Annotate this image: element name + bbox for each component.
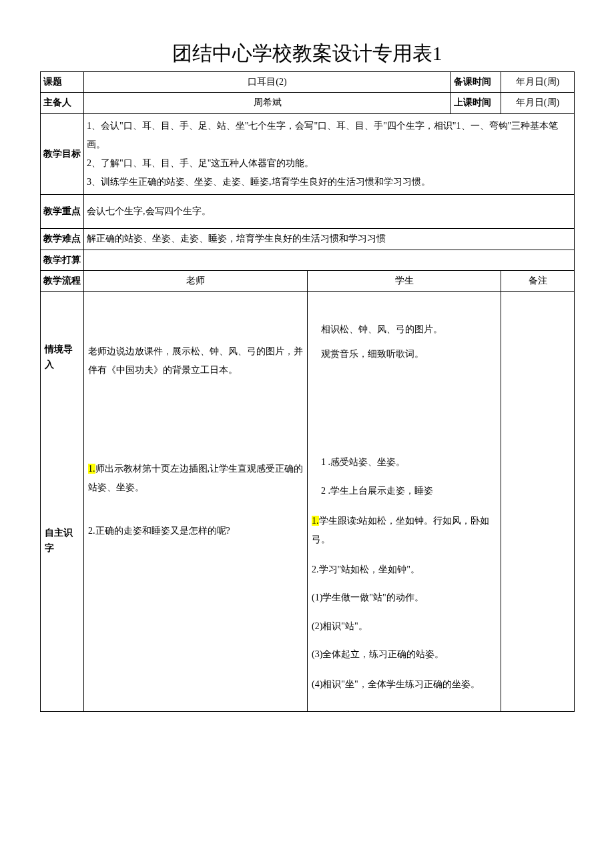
section2-student-4: 2.学习"站如松，坐如钟"。 [312, 562, 497, 577]
row-topic: 课题 口耳目(2) 备课时间 年月日(周) [41, 72, 575, 93]
teacher-col-label: 老师 [84, 270, 308, 291]
section2-student-5: (1)学生做一做"站"的动作。 [312, 590, 497, 605]
flow-section-names: 情境导入 自主识字 [41, 292, 84, 712]
lesson-plan-table: 课题 口耳目(2) 备课时间 年月日(周) 主备人 周希斌 上课时间 年月日(周… [40, 71, 575, 712]
lesson-topic-value: 口耳目(2) [84, 72, 451, 93]
author-label: 主备人 [41, 93, 84, 113]
row-preparation: 教学打算 [41, 250, 575, 270]
highlight-marker: 1. [88, 464, 95, 474]
preparation-label: 教学打算 [41, 250, 84, 270]
row-flow-content: 情境导入 自主识字 老师边说边放课件，展示松、钟、风、弓的图片，并伴有《中国功夫… [41, 292, 575, 712]
teacher-content: 老师边说边放课件，展示松、钟、风、弓的图片，并伴有《中国功夫》的背景立工日本。 … [84, 292, 308, 712]
notes-col-label: 备注 [501, 270, 575, 291]
section2-student-3: 1.学生跟读:站如松，坐如钟。行如风，卧如弓。 [312, 512, 497, 549]
section1-student-1: 相识松、钟、风、弓的图片。 [312, 322, 497, 337]
section2-name: 自主识字 [45, 526, 79, 556]
class-time-value: 年月日(周) [501, 93, 575, 113]
objectives-label: 教学目标 [41, 113, 84, 194]
prep-time-value: 年月日(周) [501, 72, 575, 93]
section1-name: 情境导入 [45, 342, 79, 372]
row-objectives: 教学目标 1、会认"口、耳、目、手、足、站、坐"七个生字，会写"口、耳、目、手"… [41, 113, 575, 194]
keypoints-label: 教学重点 [41, 194, 84, 228]
section2-teacher-2: 2.正确的走姿和睡姿又是怎样的呢? [88, 524, 303, 538]
section2-student-8: (4)相识"坐"，全体学生练习正确的坐姿。 [312, 675, 497, 694]
section2-student-1: 1 .感受站姿、坐姿。 [312, 455, 497, 470]
difficulties-value: 解正确的站姿、坐姿、走姿、睡姿，培育学生良好的生活习惯和学习习惯 [84, 229, 575, 250]
section2-student-2: 2 .学生上台展示走姿，睡姿 [312, 484, 497, 498]
flow-label: 教学流程 [41, 270, 84, 291]
preparation-value [84, 250, 575, 270]
class-time-label: 上课时间 [451, 93, 501, 113]
objectives-line1: 1、会认"口、耳、目、手、足、站、坐"七个生字，会写"口、耳、目、手"四个生字，… [87, 117, 571, 154]
row-flow-header: 教学流程 老师 学生 备注 [41, 270, 575, 291]
prep-time-label: 备课时间 [451, 72, 501, 93]
section2-student-3-text: 学生跟读:站如松，坐如钟。行如风，卧如弓。 [312, 516, 489, 544]
row-difficulties: 教学难点 解正确的站姿、坐姿、走姿、睡姿，培育学生良好的生活习惯和学习习惯 [41, 229, 575, 250]
page-title: 团结中心学校教案设计专用表1 [40, 40, 574, 67]
row-keypoints: 教学重点 会认七个生字,会写四个生字。 [41, 194, 575, 228]
row-author: 主备人 周希斌 上课时间 年月日(周) [41, 93, 575, 113]
objectives-line2: 2、了解"口、耳、目、手、足"这五种人体器官的功能。 [87, 154, 571, 173]
student-content: 相识松、钟、风、弓的图片。 观赏音乐，细致听歌词。 1 .感受站姿、坐姿。 2 … [308, 292, 501, 712]
notes-content [501, 292, 575, 712]
student-col-label: 学生 [308, 270, 501, 291]
section2-student-7: (3)全体起立，练习正确的站姿。 [312, 647, 497, 662]
highlight-marker-2: 1. [312, 516, 319, 526]
objectives-value: 1、会认"口、耳、目、手、足、站、坐"七个生字，会写"口、耳、目、手"四个生字，… [84, 113, 575, 194]
section2-teacher-1-text: 师出示教材第十页左边插图,让学生直观感受正确的站姿、坐姿。 [88, 464, 303, 492]
section2-teacher-1: 1.师出示教材第十页左边插图,让学生直观感受正确的站姿、坐姿。 [88, 460, 303, 497]
keypoints-value: 会认七个生字,会写四个生字。 [84, 194, 575, 228]
section1-student-2: 观赏音乐，细致听歌词。 [312, 347, 497, 362]
section2-student-6: (2)相识"站"。 [312, 619, 497, 634]
section1-teacher: 老师边说边放课件，展示松、钟、风、弓的图片，并伴有《中国功夫》的背景立工日本。 [88, 342, 303, 380]
lesson-topic-label: 课题 [41, 72, 84, 93]
difficulties-label: 教学难点 [41, 229, 84, 250]
objectives-line3: 3、训练学生正确的站姿、坐姿、走姿、睡姿,培育学生良好的生活习惯和学习习惯。 [87, 173, 571, 191]
author-value: 周希斌 [84, 93, 451, 113]
